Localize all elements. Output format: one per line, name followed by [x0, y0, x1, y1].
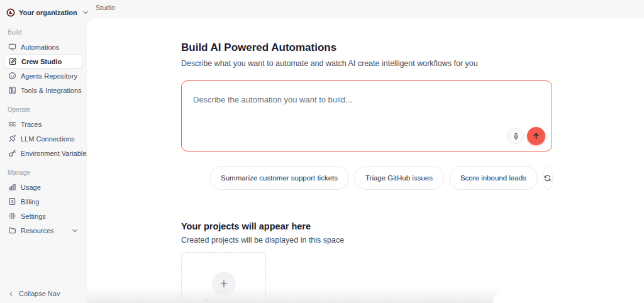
sidebar-item-label: Automations: [21, 43, 59, 51]
sidebar: Your organization Build Automations Crew…: [0, 0, 87, 303]
collapse-nav-button[interactable]: Collapse Nav: [8, 289, 60, 298]
collapse-nav-label: Collapse Nav: [19, 290, 60, 297]
page-title: Build AI Powered Automations: [181, 41, 552, 54]
suggestion-chip[interactable]: Triage GitHub issues: [354, 166, 444, 190]
section-label-operate: Operate: [4, 106, 83, 114]
sidebar-item-automations[interactable]: Automations: [4, 40, 83, 54]
sidebar-item-label: Environment Variables: [21, 150, 90, 157]
org-switcher[interactable]: Your organization: [4, 5, 83, 20]
sidebar-item-label: Resources: [21, 227, 54, 234]
refresh-suggestions-button[interactable]: [543, 166, 553, 190]
projects-subtitle: Created projects will be displayed in th…: [181, 236, 552, 245]
breadcrumb: Studio: [96, 4, 115, 11]
sidebar-item-resources[interactable]: Resources: [4, 223, 83, 238]
sidebar-item-label: Agents Repository: [21, 72, 77, 80]
create-new-project-card[interactable]: Create New: [181, 252, 266, 303]
sidebar-item-crew-studio[interactable]: Crew Studio: [4, 54, 83, 69]
svg-text:$: $: [11, 199, 13, 204]
sidebar-item-agents-repository[interactable]: Agents Repository: [4, 69, 83, 83]
sidebar-item-billing[interactable]: $ Billing: [4, 194, 83, 209]
org-name: Your organization: [19, 9, 77, 16]
sidebar-item-tools-integrations[interactable]: Tools & Integrations: [4, 83, 83, 97]
sidebar-item-label: Traces: [21, 121, 42, 128]
main-content-card: Build AI Powered Automations Describe wh…: [87, 18, 644, 303]
section-label-manage: Manage: [4, 169, 83, 177]
agent-icon: [8, 72, 16, 80]
sidebar-item-usage[interactable]: Usage: [4, 180, 83, 194]
automation-description-input[interactable]: [182, 81, 552, 126]
bar-chart-icon: [8, 183, 16, 192]
plus-icon: [219, 279, 228, 288]
automation-composer: [181, 80, 552, 152]
sidebar-item-label: Tools & Integrations: [21, 87, 82, 94]
suggestion-chip[interactable]: Summarize customer support tickets: [209, 166, 349, 190]
chevron-down-icon: [81, 8, 90, 17]
refresh-icon: [543, 174, 552, 182]
sidebar-item-label: Billing: [21, 198, 39, 206]
sidebar-item-label: Crew Studio: [21, 58, 62, 65]
sidebar-item-llm-connections[interactable]: LLM Connections: [4, 131, 83, 146]
sidebar-item-environment-variables[interactable]: Environment Variables: [4, 146, 83, 160]
mic-button[interactable]: [508, 128, 524, 144]
suggestion-chip-label: Summarize customer support tickets: [221, 174, 338, 182]
waves-icon: [8, 120, 16, 129]
chevron-left-icon: [8, 289, 14, 298]
section-label-build: Build: [4, 29, 83, 37]
billing-icon: $: [8, 197, 16, 206]
arrow-up-icon: [532, 132, 541, 141]
folder-icon: [8, 226, 16, 235]
page-subtitle: Describe what you want to automate and w…: [181, 59, 552, 68]
suggestion-chip-label: Triage GitHub issues: [365, 174, 433, 182]
edit-icon: [8, 57, 17, 66]
key-icon: [8, 149, 16, 158]
org-logo-icon: [6, 8, 15, 17]
monitor-icon: [8, 43, 16, 52]
suggestion-chip[interactable]: Score inbound leads: [449, 166, 538, 190]
plug-icon: [8, 135, 16, 143]
sidebar-item-traces[interactable]: Traces: [4, 117, 83, 131]
suggestion-chips-row: Summarize customer support tickets Triag…: [181, 166, 552, 190]
sidebar-item-label: Usage: [21, 184, 41, 191]
send-button[interactable]: [527, 127, 545, 145]
sidebar-item-label: LLM Connections: [21, 135, 75, 143]
plus-circle: [212, 272, 236, 295]
microphone-icon: [511, 131, 520, 140]
suggestion-chip-label: Score inbound leads: [460, 174, 526, 182]
chevron-down-icon: [70, 226, 79, 235]
projects-title: Your projects will appear here: [181, 221, 552, 231]
gear-icon: [8, 212, 16, 221]
sidebar-item-settings[interactable]: Settings: [4, 209, 83, 223]
create-new-label: Create New: [204, 299, 243, 303]
sidebar-item-label: Settings: [21, 212, 46, 220]
tools-icon: [8, 86, 16, 95]
